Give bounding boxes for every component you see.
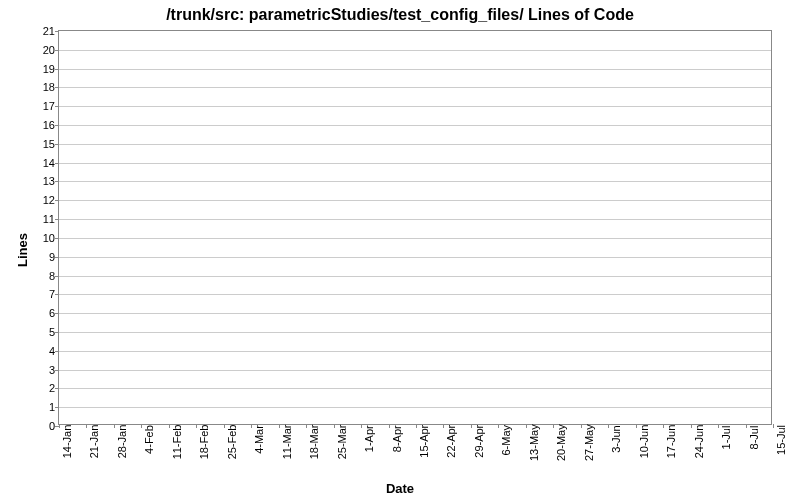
y-tick-mark — [55, 219, 59, 220]
chart-container: /trunk/src: parametricStudies/test_confi… — [0, 0, 800, 500]
gridline — [59, 370, 771, 371]
x-tick-label: 20-May — [553, 410, 567, 447]
y-tick-mark — [55, 388, 59, 389]
y-tick-mark — [55, 144, 59, 145]
gridline — [59, 200, 771, 201]
y-tick-label: 1 — [49, 401, 55, 413]
gridline — [59, 181, 771, 182]
y-tick-label: 20 — [43, 44, 55, 56]
x-tick-label: 3-Jun — [608, 414, 622, 442]
y-tick-mark — [55, 351, 59, 352]
x-tick-label: 4-Mar — [251, 414, 265, 443]
gridline — [59, 125, 771, 126]
y-tick-label: 3 — [49, 364, 55, 376]
y-tick-mark — [55, 69, 59, 70]
x-tick-label: 10-Jun — [636, 411, 650, 445]
y-tick-mark — [55, 407, 59, 408]
chart-title: /trunk/src: parametricStudies/test_confi… — [0, 6, 800, 24]
x-tick-label: 1-Jul — [718, 416, 732, 440]
x-tick-label: 24-Jun — [691, 411, 705, 445]
x-tick-label: 21-Jan — [86, 411, 100, 445]
gridline — [59, 407, 771, 408]
x-tick-label: 1-Apr — [361, 415, 375, 442]
gridline — [59, 238, 771, 239]
gridline — [59, 87, 771, 88]
x-axis-label: Date — [0, 481, 800, 496]
y-tick-mark — [55, 125, 59, 126]
gridline — [59, 388, 771, 389]
y-tick-label: 10 — [43, 232, 55, 244]
y-tick-label: 9 — [49, 251, 55, 263]
plot-area: 012345678910111213141516171819202114-Jan… — [58, 30, 772, 425]
y-tick-label: 19 — [43, 63, 55, 75]
y-tick-label: 12 — [43, 194, 55, 206]
x-tick-label: 8-Apr — [389, 415, 403, 442]
gridline — [59, 106, 771, 107]
y-tick-label: 13 — [43, 175, 55, 187]
y-tick-label: 15 — [43, 138, 55, 150]
x-tick-label: 15-Jul — [773, 413, 787, 443]
y-tick-mark — [55, 31, 59, 32]
x-tick-label: 8-Jul — [746, 416, 760, 440]
gridline — [59, 276, 771, 277]
y-tick-mark — [55, 257, 59, 258]
y-tick-mark — [55, 50, 59, 51]
x-tick-label: 13-May — [526, 410, 540, 447]
x-tick-label: 17-Jun — [663, 411, 677, 445]
y-tick-label: 16 — [43, 119, 55, 131]
gridline — [59, 50, 771, 51]
gridline — [59, 163, 771, 164]
x-tick-label: 25-Feb — [224, 411, 238, 446]
y-tick-mark — [55, 276, 59, 277]
y-tick-label: 0 — [49, 420, 55, 432]
y-tick-mark — [55, 163, 59, 164]
x-tick-label: 22-Apr — [443, 411, 457, 444]
y-tick-mark — [55, 370, 59, 371]
gridline — [59, 69, 771, 70]
gridline — [59, 219, 771, 220]
y-tick-label: 2 — [49, 382, 55, 394]
gridline — [59, 144, 771, 145]
x-tick-label: 6-May — [498, 413, 512, 444]
x-tick-label: 11-Mar — [279, 411, 293, 446]
x-tick-label: 18-Feb — [196, 411, 210, 446]
y-tick-mark — [55, 87, 59, 88]
y-tick-label: 4 — [49, 345, 55, 357]
x-tick-label: 27-May — [581, 410, 595, 447]
x-tick-label: 15-Apr — [416, 411, 430, 444]
y-tick-mark — [55, 313, 59, 314]
y-tick-mark — [55, 294, 59, 295]
y-tick-mark — [55, 238, 59, 239]
y-axis-label: Lines — [15, 233, 30, 267]
gridline — [59, 294, 771, 295]
gridline — [59, 257, 771, 258]
y-tick-mark — [55, 106, 59, 107]
x-tick-label: 29-Apr — [471, 411, 485, 444]
y-tick-mark — [55, 181, 59, 182]
x-tick-label: 18-Mar — [306, 411, 320, 446]
x-tick-label: 25-Mar — [334, 411, 348, 446]
y-tick-label: 5 — [49, 326, 55, 338]
gridline — [59, 351, 771, 352]
y-tick-label: 8 — [49, 270, 55, 282]
x-tick-label: 4-Feb — [141, 414, 155, 443]
y-tick-label: 18 — [43, 81, 55, 93]
gridline — [59, 332, 771, 333]
y-tick-label: 11 — [43, 213, 55, 225]
gridline — [59, 313, 771, 314]
y-tick-mark — [55, 332, 59, 333]
x-tick-label: 28-Jan — [114, 411, 128, 445]
y-tick-mark — [55, 200, 59, 201]
y-tick-label: 17 — [43, 100, 55, 112]
y-tick-label: 14 — [43, 157, 55, 169]
x-tick-label: 11-Feb — [169, 411, 183, 446]
y-tick-label: 7 — [49, 288, 55, 300]
y-tick-label: 21 — [43, 25, 55, 37]
x-tick-label: 14-Jan — [59, 411, 73, 445]
y-tick-label: 6 — [49, 307, 55, 319]
